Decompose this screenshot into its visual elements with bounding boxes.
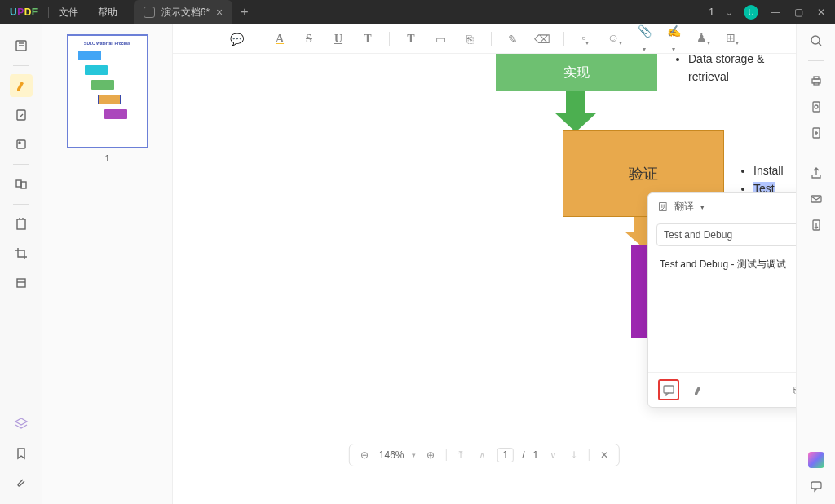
close-tab-icon[interactable]: × [216, 6, 223, 19]
svg-rect-3 [17, 110, 25, 120]
last-page-button[interactable]: ⤓ [568, 449, 581, 461]
minimize-icon[interactable]: — [770, 7, 781, 18]
app-logo: UPDF [0, 7, 48, 18]
flowchart-box-green: 实现 [496, 54, 657, 91]
add-tab-button[interactable]: + [241, 5, 248, 20]
flatten-icon[interactable] [810, 126, 823, 139]
attachment-icon[interactable] [10, 471, 33, 494]
zoom-in-button[interactable]: ⊕ [424, 449, 437, 461]
protect-icon[interactable] [810, 100, 823, 113]
page-organize-icon[interactable] [10, 173, 33, 196]
attach-icon[interactable]: 📎▾ [636, 24, 652, 53]
edit-text-icon[interactable] [10, 104, 33, 126]
eraser-icon[interactable]: ⌫ [534, 33, 550, 46]
search-icon[interactable] [810, 34, 823, 47]
maximize-icon[interactable]: ▢ [793, 7, 804, 18]
left-sidebar [0, 24, 42, 504]
document-canvas[interactable]: 实现 验证 Data storage & retrieval Install T… [173, 54, 796, 475]
thumb-title: SDLC Waterfall Process [73, 41, 142, 46]
translate-input[interactable]: Test and Debug ▾ [656, 223, 796, 246]
svg-rect-4 [17, 140, 25, 148]
close-footer-button[interactable]: ✕ [598, 449, 611, 461]
svg-rect-8 [17, 219, 25, 229]
page-current[interactable]: 1 [497, 448, 514, 462]
user-avatar[interactable]: U [744, 5, 758, 20]
svg-rect-7 [21, 182, 26, 188]
titlebar: UPDF 文件 帮助 演示文档6* × + 1 ⌄ U — ▢ ✕ [0, 0, 835, 24]
strikethrough-icon[interactable]: S [301, 33, 317, 46]
textbox-icon[interactable]: ▭ [432, 33, 448, 46]
translate-result: Test and Debug - 测试与调试 [648, 250, 796, 372]
dropdown-caret-icon[interactable]: ▾ [700, 203, 705, 211]
zoom-out-button[interactable]: ⊖ [358, 449, 371, 461]
comment-icon[interactable]: 💬 [228, 33, 245, 46]
image-tool-icon[interactable] [10, 133, 33, 156]
layers-icon[interactable] [10, 413, 33, 435]
svg-line-13 [819, 43, 821, 46]
chevron-down-icon[interactable]: ⌄ [726, 8, 732, 17]
signature-icon[interactable]: ✍▾ [665, 24, 682, 53]
page-sep: / [522, 449, 524, 461]
svg-rect-22 [811, 482, 821, 489]
highlight-tool-icon[interactable] [10, 74, 33, 97]
measure-icon[interactable]: ⊞▾ [724, 31, 740, 46]
svg-rect-15 [814, 77, 819, 79]
thumbnails-icon[interactable] [10, 34, 33, 57]
close-window-icon[interactable]: ✕ [815, 7, 827, 18]
copy-icon: ⎘ [793, 385, 796, 395]
print-icon[interactable] [810, 74, 823, 87]
right-sidebar [796, 24, 835, 504]
translate-label: 翻译 [674, 200, 694, 214]
page-total: 1 [533, 449, 539, 461]
svg-rect-6 [16, 180, 21, 187]
svg-rect-11 [664, 386, 674, 393]
shape-icon[interactable]: ▫▾ [577, 31, 594, 46]
thumb-page-number: 1 [52, 153, 162, 163]
svg-point-18 [815, 105, 818, 108]
underline-icon[interactable]: U [330, 33, 347, 46]
content-area: 💬 A S U T T ▭ ⎘ ✎ ⌫ ▫▾ ☺▾ 📎▾ ✍▾ ♟▾ ⊞▾ 实现… [173, 24, 796, 504]
document-tab[interactable]: 演示文档6* × [134, 0, 233, 24]
thumbnail-panel: SDLC Waterfall Process 1 [42, 24, 173, 504]
text-tool-icon[interactable]: T [403, 33, 419, 46]
tab-label: 演示文档6* [161, 6, 210, 20]
chat-icon[interactable] [810, 480, 823, 493]
translate-popup: 🈂 翻译 ▾ English-英语 ▾ Test and Debug ▾ Tes… [647, 192, 796, 408]
form-icon[interactable] [10, 272, 33, 294]
copy-button[interactable]: ⎘复制 [793, 384, 796, 396]
page-thumbnail[interactable]: SDLC Waterfall Process [67, 34, 148, 148]
email-icon[interactable] [810, 192, 823, 206]
list-item: Data storage & retrieval [688, 54, 796, 86]
svg-point-12 [811, 36, 820, 44]
menu-help[interactable]: 帮助 [88, 6, 127, 20]
stamp-icon[interactable]: ♟▾ [695, 31, 711, 46]
share-icon[interactable] [810, 166, 823, 179]
ai-assistant-button[interactable] [808, 452, 824, 468]
footer-controls: ⊖ 146% ▾ ⊕ ⤒ ∧ 1 / 1 ∨ ⤓ ✕ [349, 444, 620, 466]
squiggly-icon[interactable]: T [360, 33, 376, 46]
highlight-a-icon[interactable]: A [272, 33, 288, 46]
highlight-result-button[interactable] [687, 379, 709, 400]
pencil-draw-icon[interactable]: ✎ [505, 33, 521, 46]
list-item: Install [753, 161, 796, 179]
pencil-icon [144, 7, 155, 18]
bookmark-icon[interactable] [10, 442, 33, 465]
next-page-button[interactable]: ∨ [546, 449, 559, 461]
svg-point-5 [19, 142, 20, 144]
menu-file[interactable]: 文件 [49, 6, 88, 20]
arrow-green-icon [554, 91, 597, 132]
crop-icon[interactable] [10, 242, 33, 265]
zoom-level[interactable]: 146% [379, 449, 404, 461]
callout-icon[interactable]: ⎘ [462, 33, 478, 46]
translate-icon: 🈂 [658, 201, 668, 213]
first-page-button[interactable]: ⤒ [454, 449, 467, 461]
svg-rect-17 [813, 102, 820, 112]
bullet-list-top: Data storage & retrieval [674, 54, 796, 86]
export-icon[interactable] [810, 219, 823, 232]
add-note-button[interactable] [658, 379, 679, 400]
svg-rect-9 [17, 279, 25, 287]
tab-count: 1 [709, 7, 714, 18]
prev-page-button[interactable]: ∧ [475, 449, 488, 461]
sticker-icon[interactable]: ☺▾ [607, 31, 623, 46]
ocr-icon[interactable] [10, 213, 33, 236]
